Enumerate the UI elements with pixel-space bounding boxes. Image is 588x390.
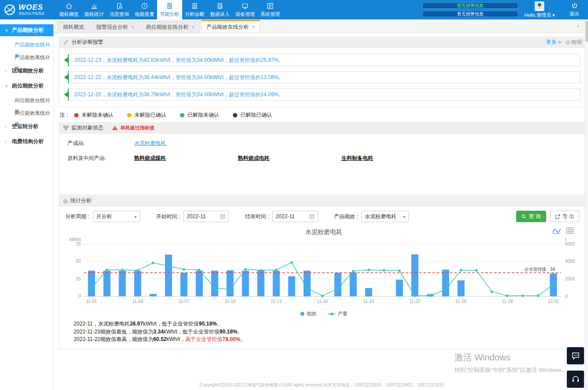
windows-activation-watermark: 激活 Windows 转到"控制面板"中的"系统"以激活 Windows。 [454, 352, 568, 374]
app-logo: WOES 智能优化节能系统 [0, 0, 56, 19]
user-greeting: Hello,管理员 [524, 12, 551, 18]
sidebar-group-electricity-cost-analysis[interactable]: ›电费结构分析 [0, 136, 53, 148]
pencil-icon [63, 39, 69, 45]
tab-product-energy-online[interactable]: 产品能效在线分析× [201, 20, 260, 33]
sidebar-group-product-energy-analysis[interactable]: ∨产品能效分析 [0, 24, 53, 36]
monitor-link[interactable]: 水泥粉磨电耗 [134, 140, 166, 146]
svg-text:11-13: 11-13 [271, 299, 282, 304]
nav-item-energy-overview[interactable]: 能耗概览 [56, 0, 82, 19]
alert-panel-title: 分析诊断报警 [71, 38, 103, 46]
monitor-link[interactable]: 熟料烧成煤耗 [134, 155, 166, 161]
export-button[interactable]: 导 出 [550, 211, 580, 222]
energy-chart: 02550750200040006000kWh/tt11-0111-0411-0… [64, 237, 584, 308]
alert-text: 2022-12-22，水泥粉磨电耗为38.44kWh/t，管控值为34.00kW… [74, 74, 284, 81]
svg-text:11-22: 11-22 [409, 299, 420, 304]
sidebar-item-position-energy-online[interactable]: 岗位能效在线分析 [0, 95, 53, 106]
start-time-input[interactable]: 2022-11 [183, 211, 229, 222]
alert-row-1[interactable]: 2022-12-23，水泥粉磨电耗为42.83kWh/t，管控值为34.00kW… [68, 54, 581, 66]
alert-marker-icon [64, 75, 68, 80]
app-subtitle: 智能优化节能系统 [19, 11, 45, 15]
tabs-scroll-left-icon[interactable]: ‹ [577, 23, 579, 29]
nav-item-energy-analysis[interactable]: 节能分析 [157, 0, 182, 19]
stats-panel-title: 统计分析 [70, 197, 91, 204]
collapse-button[interactable]: ⊙ 收缩 [566, 38, 582, 46]
chevron-right-icon: › [5, 124, 9, 129]
chart-legend: 能效产量 [64, 308, 584, 318]
headset-icon [571, 375, 580, 384]
filter-start-time: 开始时间 :2022-11 [156, 211, 229, 222]
nav-item-energy-stats[interactable]: 能耗统计 [82, 0, 107, 19]
line-chart-toggle-icon[interactable] [552, 227, 561, 234]
product-energy-select[interactable]: 水泥粉磨电耗▾ [361, 211, 409, 222]
tab-alarm-analysis[interactable]: 报警综合分析× [91, 21, 139, 33]
info-search-icon [116, 2, 123, 10]
sidebar-item-product-energy-online[interactable]: 产品能效在线分析 [0, 39, 53, 50]
summary-line: 2022-11，水泥粉磨电耗28.97kWh/t，低于企业管控值90.18%。 [74, 320, 584, 328]
alert-row-3[interactable]: 2022-12-20，水泥粉磨电耗为38.79kWh/t，管控值为34.00kW… [68, 88, 581, 101]
alert-row-2[interactable]: 2022-12-22，水泥粉磨电耗为38.44kWh/t，管控值为34.00kW… [68, 71, 581, 83]
alarm-banners: 暂无报警信息 暂无报警信息 [422, 0, 518, 19]
nav-item-system-mgmt[interactable]: 系统管理 [258, 0, 283, 19]
monitor-link[interactable]: 熟料烧成电耗 [238, 155, 270, 161]
selected-value: 水泥粉磨电耗 [365, 213, 397, 220]
svg-text:25: 25 [76, 276, 81, 281]
end-time-input[interactable]: 2022-11 [272, 211, 318, 222]
nav-item-label: 节能分析 [160, 11, 180, 18]
svg-text:0: 0 [78, 294, 81, 299]
tab-close-icon[interactable]: × [131, 24, 134, 30]
chat-icon [571, 352, 580, 360]
energy-dot-icon [300, 312, 304, 316]
alarm-banner-bottom[interactable]: 暂无报警信息 [422, 11, 518, 17]
filter-analysis-period: 分析周期 :月分析▾ [65, 211, 140, 222]
more-link[interactable]: 更多 » [546, 38, 561, 46]
monitor-link[interactable]: 生料制备电耗 [341, 155, 373, 161]
nav-item-device-mgmt[interactable]: 设备管理 [232, 0, 258, 19]
table-toggle-icon[interactable] [566, 227, 574, 234]
nav-item-label: 信息查询 [110, 11, 129, 18]
analysis-period-select[interactable]: 月分析▾ [93, 211, 140, 222]
nav-item-info-query[interactable]: 信息查询 [107, 0, 132, 19]
sidebar-group-position-energy-analysis[interactable]: ∨岗位能效分析 [0, 80, 53, 92]
legend-prefix: 注： [60, 111, 70, 119]
warning-triangle-icon [112, 125, 118, 131]
top-navbar: WOES 智能优化节能系统 能耗概览能耗统计信息查询电能质量节能分析分析诊断数据… [0, 0, 588, 19]
chat-widget-button-1[interactable] [567, 347, 584, 364]
chevron-right-icon: › [5, 139, 9, 144]
legend-energy[interactable]: 能效 [300, 310, 317, 317]
vertical-scrollbar[interactable] [584, 19, 588, 390]
filter-end-time: 结束时间 :2022-11 [245, 211, 318, 222]
stats-panel: ◎ 统计分析 分析周期 :月分析▾开始时间 :2022-11结束时间 :2022… [59, 195, 586, 349]
svg-text:6000: 6000 [565, 242, 575, 246]
scrollbar-thumb[interactable] [585, 21, 588, 42]
tab-energy-overview[interactable]: 能耗概览 [58, 21, 90, 33]
copyright-footer: Copyright©2015-2022万洲电气股份有限公司All rights … [54, 382, 588, 388]
export-icon [555, 214, 560, 219]
alarm-banner-top[interactable]: 暂无报警信息 [422, 2, 518, 9]
sidebar-item-product-energy-offline[interactable]: 产品能效离线分析 [0, 52, 53, 63]
search-button[interactable]: 查 询 [516, 211, 546, 222]
svg-text:11-07: 11-07 [178, 299, 189, 304]
tab-position-energy-online[interactable]: 岗位能效在线分析× [141, 21, 200, 33]
nav-item-power-quality[interactable]: 电能质量 [132, 0, 157, 19]
alert-marker-icon [64, 92, 68, 97]
tab-close-icon[interactable]: × [191, 24, 195, 30]
logout-button[interactable]: 退出 [561, 0, 588, 19]
tab-close-icon[interactable]: × [252, 24, 255, 30]
monitor-row: 产成品:水泥粉磨电耗 [67, 140, 586, 147]
user-menu[interactable]: Hello,管理员 ▾ [518, 0, 561, 19]
main-menu: 能耗概览能耗统计信息查询电能质量节能分析分析诊断数据录入设备管理系统管理 [56, 0, 283, 19]
calendar-icon [220, 214, 225, 219]
tab-label: 岗位能效在线分析 [146, 23, 188, 31]
nav-item-analysis-diagnosis[interactable]: 分析诊断 [182, 0, 207, 19]
legend-production[interactable]: 产量 [328, 310, 348, 317]
nav-item-data-entry[interactable]: 数据录入 [207, 0, 232, 19]
sidebar-group-region-energy-analysis[interactable]: ›区域能效分析 [0, 65, 53, 77]
sidebar-group-idle-run-analysis[interactable]: ›空运转分析 [0, 121, 53, 133]
date-value: 2022-11 [276, 213, 295, 220]
nav-item-label: 能耗统计 [85, 11, 104, 18]
alert-text: 2022-12-23，水泥粉磨电耗为42.83kWh/t，管控值为34.00kW… [74, 57, 284, 64]
sidebar-item-position-energy-offline[interactable]: 岗位能效离线分析 [0, 108, 53, 119]
sidebar-group-label: 岗位能效分析 [12, 82, 44, 90]
chat-widget-button-2[interactable] [567, 371, 584, 388]
tab-label: 产品能效在线分析 [206, 23, 249, 31]
